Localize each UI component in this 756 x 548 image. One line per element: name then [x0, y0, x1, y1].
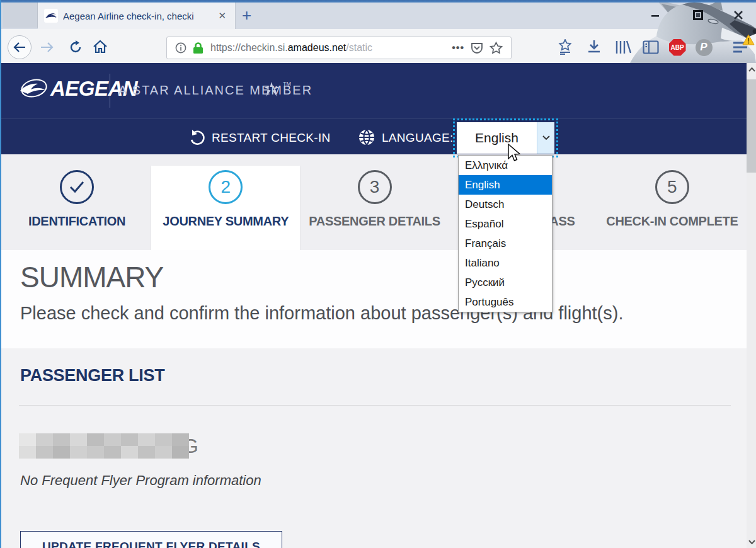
titlebar-spacer [3, 3, 38, 28]
language-option-el[interactable]: Ελληνικά [459, 156, 552, 175]
tab-title: Aegean Airline check-in, checki [63, 11, 215, 21]
step-number: 2 [209, 170, 243, 204]
mouse-cursor [507, 144, 521, 163]
language-select[interactable]: English [457, 122, 554, 154]
pinterest-label: P [696, 39, 713, 56]
bookmark-star-icon[interactable] [490, 42, 503, 54]
page-actions-icon[interactable]: ••• [452, 42, 464, 54]
passenger-name-redacted [19, 433, 189, 459]
language-option-de[interactable]: Deutsch [459, 195, 552, 214]
language-option-fr[interactable]: Français [459, 234, 552, 253]
pocket-icon[interactable] [471, 42, 483, 54]
sidebar-icon[interactable] [641, 38, 660, 57]
step-identification: IDENTIFICATION [3, 154, 151, 250]
restart-icon [189, 130, 205, 146]
https-lock-icon[interactable] [193, 42, 203, 54]
summary-title: SUMMARY [20, 260, 163, 294]
language-option-pt[interactable]: Português [459, 292, 552, 312]
aegean-logo-icon [18, 73, 49, 105]
passenger-list-title: PASSENGER LIST [20, 366, 164, 385]
language-label: LANGUAGE: [382, 131, 454, 145]
star-alliance-logo-icon [263, 81, 280, 98]
scrollbar-thumb[interactable] [747, 79, 756, 173]
language-option-en[interactable]: English [459, 175, 552, 195]
scroll-up-icon[interactable] [747, 63, 756, 76]
restart-checkin-button[interactable]: RESTART CHECK-IN [212, 131, 331, 145]
step-journey-summary: 2 JOURNEY SUMMARY [151, 154, 300, 250]
update-warning-icon [742, 34, 755, 48]
aegean-favicon-icon [44, 9, 58, 23]
home-button[interactable] [91, 38, 110, 55]
url-domain: amadeus.net [288, 42, 346, 53]
select-chevron-down-icon[interactable] [537, 122, 554, 154]
reload-button[interactable] [67, 39, 84, 55]
tab-close-icon[interactable]: ✕ [215, 9, 229, 23]
update-frequent-flyer-button[interactable]: UPDATE FREQUENT FLYER DETAILS [20, 531, 282, 548]
minimize-button[interactable] [645, 8, 665, 23]
pinterest-icon[interactable]: P [694, 38, 713, 57]
close-window-icon[interactable] [728, 8, 748, 23]
url-prefix: https://checkin.si. [210, 42, 288, 53]
language-option-ru[interactable]: Русский [459, 273, 552, 292]
section-divider [19, 405, 731, 406]
abp-label: ABP [669, 39, 686, 56]
url-text[interactable]: https://checkin.si.amadeus.net/static [210, 42, 449, 54]
browser-window: Aegean Airline check-in, checki ✕ + http… [0, 0, 756, 548]
maximize-button[interactable] [688, 8, 708, 23]
step-indicator: IDENTIFICATION 2 JOURNEY SUMMARY 3 PASSE… [3, 154, 747, 250]
back-button[interactable] [8, 35, 32, 59]
page-scrollbar[interactable] [747, 63, 756, 548]
new-tab-button[interactable]: + [242, 6, 251, 25]
language-dropdown: Ελληνικά English Deutsch Español Françai… [458, 155, 553, 312]
trademark-text: TM [283, 81, 291, 87]
step-number: 3 [358, 170, 392, 204]
adblock-plus-icon[interactable]: ABP [668, 38, 687, 57]
globe-icon [358, 128, 375, 146]
url-path: /static [346, 42, 372, 53]
language-option-es[interactable]: Español [459, 214, 552, 234]
step-check-icon [60, 170, 94, 204]
language-selected-value: English [457, 130, 537, 146]
forward-button[interactable] [38, 40, 55, 54]
library-icon[interactable] [614, 38, 633, 57]
language-option-it[interactable]: Italiano [459, 253, 552, 273]
step-number: 5 [655, 170, 689, 204]
url-bar[interactable]: https://checkin.si.amadeus.net/static ••… [166, 37, 512, 59]
step-checkin-complete: 5 CHECK-IN COMPLETE [598, 154, 747, 250]
step-passenger-details: 3 PASSENGER DETAILS [300, 154, 449, 250]
bookmarks-menu-icon[interactable] [556, 38, 575, 57]
frequent-flyer-info-text: No Frequent Flyer Program information [20, 472, 261, 489]
downloads-icon[interactable] [585, 38, 604, 57]
browser-tab[interactable]: Aegean Airline check-in, checki ✕ [38, 3, 236, 29]
scroll-down-icon[interactable] [747, 535, 756, 548]
header-divider [110, 74, 110, 108]
page-info-icon[interactable] [175, 42, 186, 54]
